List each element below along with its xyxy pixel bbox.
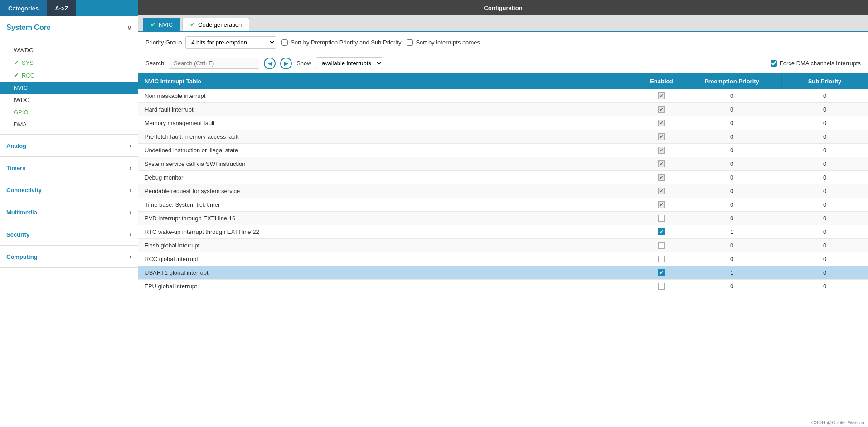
interrupt-enabled[interactable] [641, 239, 682, 252]
interrupt-preemption[interactable]: 0 [682, 252, 782, 266]
sidebar-section-header-connectivity[interactable]: Connectivity › [0, 179, 138, 201]
interrupt-sub[interactable]: 0 [782, 171, 868, 184]
interrupt-enabled[interactable]: ✔ [641, 225, 682, 239]
sidebar-section-header-multimedia[interactable]: Multimedia › [0, 201, 138, 223]
interrupt-enabled[interactable]: ✔ [641, 103, 682, 116]
interrupt-enabled[interactable] [641, 252, 682, 266]
interrupt-preemption[interactable]: 0 [682, 198, 782, 212]
interrupt-name: Flash global interrupt [138, 239, 641, 252]
interrupt-enabled[interactable] [641, 280, 682, 293]
table-row[interactable]: RCC global interrupt00 [138, 252, 868, 266]
interrupt-sub[interactable]: 0 [782, 184, 868, 198]
sidebar-section-header-analog[interactable]: Analog › [0, 135, 138, 156]
table-row[interactable]: System service call via SWI instruction✔… [138, 157, 868, 171]
interrupt-enabled[interactable]: ✔ [641, 89, 682, 103]
col-header-enabled: Enabled [641, 73, 682, 89]
interrupt-sub[interactable]: 0 [782, 252, 868, 266]
interrupt-preemption[interactable]: 0 [682, 171, 782, 184]
tab-az[interactable]: A->Z [47, 0, 76, 16]
sidebar-item-nvic[interactable]: NVIC [0, 82, 138, 94]
table-row[interactable]: Flash global interrupt00 [138, 239, 868, 252]
interrupt-preemption[interactable]: 0 [682, 130, 782, 144]
interrupt-enabled[interactable]: ✔ [641, 198, 682, 212]
table-row[interactable]: FPU global interrupt00 [138, 280, 868, 293]
sidebar-item-iwdg[interactable]: IWDG [0, 94, 138, 106]
interrupt-sub[interactable]: 0 [782, 130, 868, 144]
interrupt-sub[interactable]: 0 [782, 116, 868, 130]
sidebar-item-wwdg[interactable]: WWDG [0, 44, 138, 56]
priority-group-select[interactable]: 4 bits for pre-emption ... [185, 36, 276, 49]
tab-bar: ✔ NVIC ✔ Code generation [138, 15, 868, 32]
interrupt-preemption[interactable]: 0 [682, 212, 782, 225]
search-input[interactable] [169, 58, 259, 69]
sidebar-item-gpio[interactable]: GPIO [0, 106, 138, 118]
interrupt-name: Hard fault interrupt [138, 103, 641, 116]
search-label: Search [145, 60, 164, 67]
table-row[interactable]: RTC wake-up interrupt through EXTI line … [138, 225, 868, 239]
interrupt-enabled[interactable]: ✔ [641, 184, 682, 198]
table-row[interactable]: Time base: System tick timer✔00 [138, 198, 868, 212]
interrupt-preemption[interactable]: 0 [682, 89, 782, 103]
table-row[interactable]: Pendable request for system service✔00 [138, 184, 868, 198]
interrupt-preemption[interactable]: 0 [682, 280, 782, 293]
interrupt-sub[interactable]: 0 [782, 225, 868, 239]
interrupt-name: FPU global interrupt [138, 280, 641, 293]
force-dma-label: Force DMA channels Interrupts [780, 60, 861, 67]
sort-premption-checkbox[interactable] [281, 39, 288, 46]
chevron-multimedia: › [129, 209, 131, 216]
nav-prev-button[interactable]: ◀ [264, 58, 276, 69]
interrupt-enabled[interactable]: ✔ [641, 130, 682, 144]
interrupt-enabled[interactable]: ✔ [641, 157, 682, 171]
interrupt-preemption[interactable]: 0 [682, 144, 782, 157]
table-row[interactable]: PVD interrupt through EXTI line 1600 [138, 212, 868, 225]
sidebar-section-header-computing[interactable]: Computing › [0, 246, 138, 267]
interrupt-sub[interactable]: 0 [782, 144, 868, 157]
sort-names-checkbox[interactable] [407, 39, 413, 46]
interrupt-preemption[interactable]: 0 [682, 116, 782, 130]
interrupt-enabled[interactable]: ✔ [641, 171, 682, 184]
force-dma-checkbox[interactable] [771, 60, 777, 67]
table-row[interactable]: Hard fault interrupt✔00 [138, 103, 868, 116]
sidebar-item-dma[interactable]: DMA [0, 118, 138, 131]
interrupt-preemption[interactable]: 0 [682, 239, 782, 252]
interrupt-enabled[interactable]: ✔ [641, 116, 682, 130]
sidebar-item-sys[interactable]: ✔ SYS [0, 56, 138, 69]
table-row[interactable]: Pre-fetch fault, memory access fault✔00 [138, 130, 868, 144]
interrupt-sub[interactable]: 0 [782, 239, 868, 252]
interrupt-sub[interactable]: 0 [782, 266, 868, 280]
interrupt-sub[interactable]: 0 [782, 280, 868, 293]
interrupt-enabled[interactable] [641, 212, 682, 225]
table-row[interactable]: USART1 global interrupt✔10 [138, 266, 868, 280]
interrupt-preemption[interactable]: 0 [682, 184, 782, 198]
interrupt-preemption[interactable]: 0 [682, 103, 782, 116]
interrupt-sub[interactable]: 0 [782, 212, 868, 225]
sys-check-icon: ✔ [14, 59, 19, 66]
interrupt-sub[interactable]: 0 [782, 157, 868, 171]
table-row[interactable]: Debug monitor✔00 [138, 171, 868, 184]
interrupt-enabled[interactable]: ✔ [641, 144, 682, 157]
codegen-tab-check-icon: ✔ [190, 21, 195, 28]
interrupt-sub[interactable]: 0 [782, 198, 868, 212]
sidebar-section-security: Security › [0, 223, 138, 246]
main-content: Configuration ✔ NVIC ✔ Code generation P… [138, 0, 868, 427]
table-row[interactable]: Memory management fault✔00 [138, 116, 868, 130]
tab-code-generation[interactable]: ✔ Code generation [182, 18, 249, 31]
sidebar-section-header-security[interactable]: Security › [0, 223, 138, 245]
table-row[interactable]: Non maskable interrupt✔00 [138, 89, 868, 103]
interrupt-preemption[interactable]: 1 [682, 225, 782, 239]
interrupt-preemption[interactable]: 1 [682, 266, 782, 280]
table-row[interactable]: Undefined instruction or illegal state✔0… [138, 144, 868, 157]
sidebar-item-rcc[interactable]: ✔ RCC [0, 69, 138, 82]
interrupt-enabled[interactable]: ✔ [641, 266, 682, 280]
sidebar-section-header-system-core[interactable]: System Core ∨ [0, 16, 138, 39]
nav-next-button[interactable]: ▶ [280, 58, 292, 69]
show-select[interactable]: available interrupts [316, 57, 383, 69]
interrupt-sub[interactable]: 0 [782, 89, 868, 103]
tab-nvic[interactable]: ✔ NVIC [143, 18, 180, 31]
tab-categories[interactable]: Categories [0, 0, 47, 16]
sidebar-section-header-timers[interactable]: Timers › [0, 157, 138, 179]
chevron-connectivity: › [129, 186, 131, 194]
col-header-name: NVIC Interrupt Table [138, 73, 641, 89]
interrupt-preemption[interactable]: 0 [682, 157, 782, 171]
interrupt-sub[interactable]: 0 [782, 103, 868, 116]
